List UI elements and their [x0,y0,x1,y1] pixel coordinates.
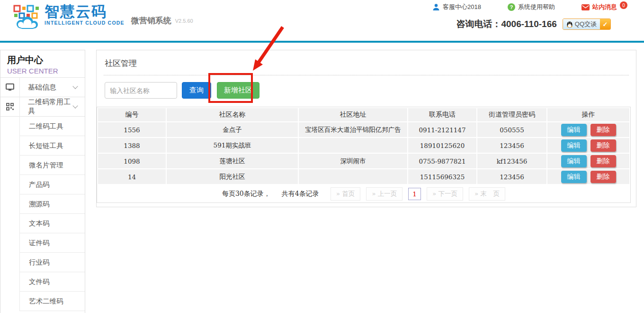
sidebar-header: 用户中心 USER CENTER [0,50,85,78]
qq-chat-label: QQ交谈 [575,20,597,28]
sidebar-item-qrcode-tools[interactable]: 二维码常用工具 [0,97,85,117]
sidebar: 用户中心 USER CENTER 基础信息 二维 [0,50,85,313]
table-header-row: 编号 社区名称 社区地址 联系电话 街道管理员密码 操作 [98,108,629,121]
next-page-button[interactable]: » 下一页 [427,187,463,201]
sidebar-subitem-art-qrcode[interactable]: 艺术二维码 [20,292,85,311]
per-page-text: 每页30条记录， [222,190,270,198]
sidebar-subitem-product-code[interactable]: 产品码 [20,175,85,194]
cell-name: 莲塘社区 [167,154,298,168]
cell-id: 1556 [98,122,166,137]
cell-address [299,169,407,184]
chevron-down-icon [72,83,78,89]
cell-name: 金点子 [167,122,298,137]
mail-icon [581,4,590,10]
sidebar-subitem-industry-code[interactable]: 行业码 [20,253,85,272]
sidebar-menu: 基础信息 二维码常用工具 二维码工具 长短链工具 微名片管理 产品码 溯源码 文… [0,78,85,311]
messages-count-badge: 0 [620,1,627,9]
sidebar-subitem-qrcode-tool[interactable]: 二维码工具 [20,117,85,136]
pagination: 每页30条记录， 共有4条记录 » 首页 » 上一页 1 » 下一页 » 末 页 [97,185,630,203]
sidebar-subitem-shortlink-tool[interactable]: 长短链工具 [20,136,85,156]
cell-id: 1098 [98,154,166,168]
cell-phone: 0911-2121147 [408,122,476,137]
delete-button[interactable]: 删除 [590,124,616,136]
sidebar-subitem-certificate-code[interactable]: 证件码 [20,233,85,253]
system-name: 微营销系统 [131,15,171,26]
last-page-button[interactable]: » 末 页 [469,187,505,201]
sidebar-item-basic-info[interactable]: 基础信息 [0,78,85,97]
sidebar-subitem-micro-card[interactable]: 微名片管理 [20,156,85,175]
cell-address: 宝塔区百米大道治平锦阳亿邦广告 [299,122,407,137]
site-messages-label: 站内消息 [592,3,617,11]
delete-button[interactable]: 删除 [590,155,616,167]
community-table-wrap: 编号 社区名称 社区地址 联系电话 街道管理员密码 操作 1556 金点子 宝塔… [97,107,631,203]
sidebar-subitem-trace-code[interactable]: 溯源码 [20,194,85,214]
cell-operation: 编辑删除 [547,169,629,184]
top-nav: 客服中心2018 ? 系统使用帮助 站内消息 0 [432,3,627,11]
cloud-qrcode-logo-icon [13,5,41,29]
page-title: 社区管理 [105,58,629,69]
delete-button[interactable]: 删除 [590,139,616,152]
cell-id: 1388 [98,138,166,153]
hotline-row: 咨询电话：4006-110-166 QQ交谈 ✓ [456,18,611,30]
hotline-number: 咨询电话：4006-110-166 [456,18,556,30]
cell-operation: 编辑删除 [547,122,629,137]
sidebar-subtitle: USER CENTER [7,67,78,75]
col-header-id: 编号 [98,108,166,121]
table-row: 1556 金点子 宝塔区百米大道治平锦阳亿邦广告 0911-2121147 05… [98,122,629,137]
site-messages-link[interactable]: 站内消息 0 [581,3,627,11]
delete-button[interactable]: 删除 [590,171,616,183]
community-name-input[interactable] [105,82,177,99]
table-row: 1098 莲塘社区 深圳闹市 0755-9877821 kf123456 编辑删… [98,154,629,168]
qq-chat-button[interactable]: QQ交谈 ✓ [563,18,611,30]
qq-penguin-icon [566,20,573,28]
chevron-down-icon [72,103,78,108]
app-header: 智慧云码 INTELLIGENT CLOUD CODE 微营销系统 V2.5.6… [0,0,644,43]
sidebar-item-label: 二维码常用工具 [19,98,73,116]
cell-password: 050555 [477,122,546,137]
total-records-text: 共有4条记录 [282,190,319,198]
cell-address [299,138,407,153]
prev-page-button[interactable]: » 上一页 [366,187,402,201]
sidebar-item-label: 基础信息 [19,83,73,92]
cell-password: 123456 [477,138,546,153]
user-icon [432,3,440,11]
logo-subtitle: INTELLIGENT CLOUD CODE [45,20,125,26]
app-logo: 智慧云码 INTELLIGENT CLOUD CODE 微营销系统 V2.5.6… [13,4,193,29]
cell-address: 深圳闹市 [299,154,407,168]
col-header-name: 社区名称 [167,108,298,121]
col-header-password: 街道管理员密码 [477,108,546,121]
edit-button[interactable]: 编辑 [561,171,587,183]
edit-button[interactable]: 编辑 [561,139,587,152]
qq-verified-icon: ✓ [600,19,610,29]
sidebar-subitem-text-code[interactable]: 文本码 [20,214,85,233]
help-icon: ? [508,3,515,11]
divider [104,75,629,75]
community-management-panel: 社区管理 查询 新增社区 编号 社区名称 社区地址 联系电话 街道管理员密码 操… [96,50,636,207]
monitor-icon [0,83,19,91]
qrcode-icon [0,103,19,110]
sidebar-subitem-file-code[interactable]: 文件码 [20,272,85,292]
cell-operation: 编辑删除 [547,138,629,153]
cell-name: 阳光社区 [167,169,298,184]
service-center-link[interactable]: 客服中心2018 [432,3,481,11]
cell-id: 14 [98,169,166,184]
logo-text: 智慧云码 INTELLIGENT CLOUD CODE [45,4,125,26]
query-button[interactable]: 查询 [182,82,211,99]
system-version: V2.5.60 [175,18,193,24]
current-page-button[interactable]: 1 [408,188,421,200]
system-help-label: 系统使用帮助 [518,3,555,11]
search-row: 查询 新增社区 [105,82,636,99]
logo-title: 智慧云码 [45,4,125,20]
cell-phone: 18910125620 [408,138,476,153]
col-header-phone: 联系电话 [408,108,476,121]
add-community-button[interactable]: 新增社区 [217,82,259,99]
sidebar-title: 用户中心 [7,54,78,66]
col-header-operation: 操作 [547,108,629,121]
table-row: 14 阳光社区 15115696325 123456 编辑删除 [98,169,629,184]
edit-button[interactable]: 编辑 [561,155,587,167]
edit-button[interactable]: 编辑 [561,124,587,136]
system-help-link[interactable]: ? 系统使用帮助 [508,3,555,11]
cell-name: 591期实战班 [167,138,298,153]
first-page-button[interactable]: » 首页 [331,187,361,201]
community-table: 编号 社区名称 社区地址 联系电话 街道管理员密码 操作 1556 金点子 宝塔… [97,107,630,185]
